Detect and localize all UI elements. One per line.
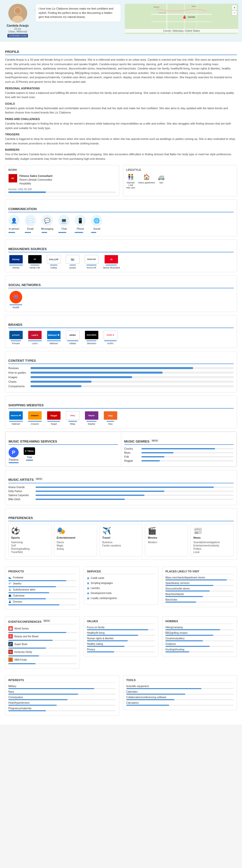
profile-link[interactable]: JCPENNEY.COM xyxy=(7,34,28,37)
email-icon: ✉️ xyxy=(25,215,36,226)
service-scripting-label: Scripting languages xyxy=(91,582,113,585)
hobbies-title: HOBBIES xyxy=(165,620,234,624)
lifestyle-items: 👫 Married1 kidHas cars 🏠 Owns apartment … xyxy=(126,174,234,189)
event-super-bowl: 🏈 Super Bowl xyxy=(8,642,77,646)
pandora-bar xyxy=(8,462,19,463)
comm-chat: 💻 Chat xyxy=(58,215,70,233)
check-icon: ▣ xyxy=(87,577,89,580)
artist-ariana-track xyxy=(35,487,234,488)
interest-crime: Crime/justice xyxy=(8,696,116,699)
skechers-bar xyxy=(86,340,97,341)
footwear-icon: 👟 xyxy=(8,576,11,579)
work-logo: R|C xyxy=(8,174,18,183)
value-healthy-label: Healthy/fit living xyxy=(87,631,155,634)
si-bar xyxy=(106,265,117,266)
tool-calendars: Calendars xyxy=(126,690,234,693)
social-reddit: 👾 Reddit xyxy=(8,291,23,309)
map-zoom-out[interactable]: − xyxy=(232,10,237,16)
values-title: VALUES xyxy=(87,620,155,624)
communication-section: COMMUNICATION 👤 In person ✉️ Email 💬 Mes… xyxy=(5,199,237,236)
map-location-label: Lincoln, Nebraska, United States xyxy=(125,29,238,33)
content-images-label: Images xyxy=(8,376,28,379)
news-scandals: Scandals/investigations xyxy=(193,541,231,544)
shop-ebay-label: EBay xyxy=(70,423,75,425)
sports-list: Swimming Golf Running/walking Track/fiel… xyxy=(11,541,49,554)
check-icon-5: ▣ xyxy=(87,597,89,599)
tool-calculators: Calculators xyxy=(126,702,234,704)
income-bar-fill xyxy=(8,191,46,193)
van-label: Van xyxy=(159,181,163,184)
map-controls[interactable]: + − xyxy=(232,5,237,16)
world-series-badge: ⚾ xyxy=(8,626,13,631)
disney-label: Disney xyxy=(12,267,20,269)
brand-kohls: KOHL'S Kohl's xyxy=(103,331,118,345)
disney-bar xyxy=(9,265,23,266)
content-charts-label: Charts xyxy=(8,380,28,383)
service-credit-label: Credit cards xyxy=(91,577,104,580)
super-bowl-label: Super Bowl xyxy=(15,643,27,646)
artist-dolly-label: Dolly Parton xyxy=(8,490,33,493)
svg-text:Pleasant Dale: Pleasant Dale xyxy=(159,12,167,13)
shop-walmart: Walmart ✱ Walmart xyxy=(8,411,23,425)
comm-email: ✉️ Email xyxy=(25,215,36,233)
interest-pregnancy: Pregnancy/maternity xyxy=(8,707,116,710)
comm-social-bar xyxy=(91,231,102,233)
levis-bar xyxy=(28,340,42,341)
barriers-text: One of the barriers Candela faces is the… xyxy=(5,152,237,161)
sport-track: Track/field xyxy=(11,551,49,554)
media-items: Disney Disney VF Vanity Fair GALLUP Gall… xyxy=(8,255,234,269)
service-dev-label: Development tools xyxy=(91,592,112,594)
service-loyalty: ▣ Loyalty cards/programs xyxy=(87,596,155,600)
comm-messaging-bar xyxy=(42,231,53,233)
comm-chat-label: Chat xyxy=(61,227,66,230)
profile-content: PROFILE Candela Araujo is a 33-year-old … xyxy=(0,41,242,724)
content-charts-track xyxy=(30,381,234,383)
music-artists-section: MUSIC ARTISTS BETA Ariana Grande Dolly P… xyxy=(5,470,237,505)
events-section: EVENTS/CONFERENCES BETA ⚾ World Series B… xyxy=(5,616,80,669)
artist-billie-label: Billie Eilish xyxy=(8,498,33,501)
income-label: Income: USD 45,200 xyxy=(8,188,116,191)
beauty-beast-badge: B xyxy=(8,634,13,639)
married-label: Married1 kidHas cars xyxy=(126,181,135,189)
income-bar-track xyxy=(8,191,116,193)
content-comparisons: Comparisons xyxy=(8,385,234,388)
chat-icon: 💻 xyxy=(58,215,70,226)
shop-etsy-label: Etsy xyxy=(108,423,113,425)
social-network-items: 👾 Reddit xyxy=(8,291,234,309)
dresses-icon: 👗 xyxy=(8,600,11,603)
profile-section-title: PROFILE xyxy=(5,50,237,55)
travel-title: Travel xyxy=(102,536,140,539)
shop-etsy-logo: etsy xyxy=(104,411,117,420)
brand-adidas: adidas Adidas xyxy=(65,331,80,345)
event-nba-finals: 🏀 NBA Finals xyxy=(8,657,77,662)
apartment-icon: 🏠 xyxy=(143,174,150,180)
work-company1: Fitness Sales Consultant xyxy=(20,174,52,178)
genre-folk: Folk xyxy=(124,455,234,458)
brands-title: BRANDS xyxy=(8,323,234,328)
content-how-to-track xyxy=(30,372,234,374)
kohls-bar xyxy=(104,340,117,341)
shop-target-label: Target xyxy=(50,423,57,425)
pandora-label: Pandora xyxy=(9,458,19,461)
brand-skechers: SKECHERS Skechers xyxy=(84,331,99,345)
quote-bubble: I love how Liz Claiborne dresses make me… xyxy=(35,4,121,22)
levis-label: Levi's xyxy=(32,342,38,345)
kohls-logo: KOHL'S xyxy=(104,331,117,339)
map-zoom-in[interactable]: + xyxy=(232,5,237,10)
shop-amazon-label: Amazon xyxy=(30,423,39,425)
music-genres-section: MUSIC GENRES BETA Country Blues Folk xyxy=(121,432,237,467)
shop-amazon-bar xyxy=(28,421,42,422)
personal-aspirations-text: Candela aspires to have a balanced and f… xyxy=(5,91,237,100)
music-tidal: ✦ TIDAL Tidal xyxy=(24,447,35,463)
music-genre-rows: Country Blues Folk Reggae xyxy=(124,447,234,462)
place-spa-label: Spas/beauty services xyxy=(165,582,234,585)
artist-ariana-label: Ariana Grande xyxy=(8,486,33,489)
product-outerwear: 🧥 Outerwear xyxy=(8,594,77,597)
profile-name: Candela Araujo xyxy=(6,24,29,27)
tools-list: Scientific equipment Calendars Collabora… xyxy=(126,685,234,706)
rc-logo: R|C xyxy=(8,174,18,183)
brand-walmart: Walmart ✱ Walmart xyxy=(46,331,61,345)
interests-list: Military Navy Crime/justice Heart/hypert… xyxy=(8,685,116,711)
lifestyle-card: LIFESTYLE 👫 Married1 kidHas cars 🏠 Owns … xyxy=(123,165,237,196)
triggers-text: Candela is triggered to shop for women's… xyxy=(5,137,237,146)
